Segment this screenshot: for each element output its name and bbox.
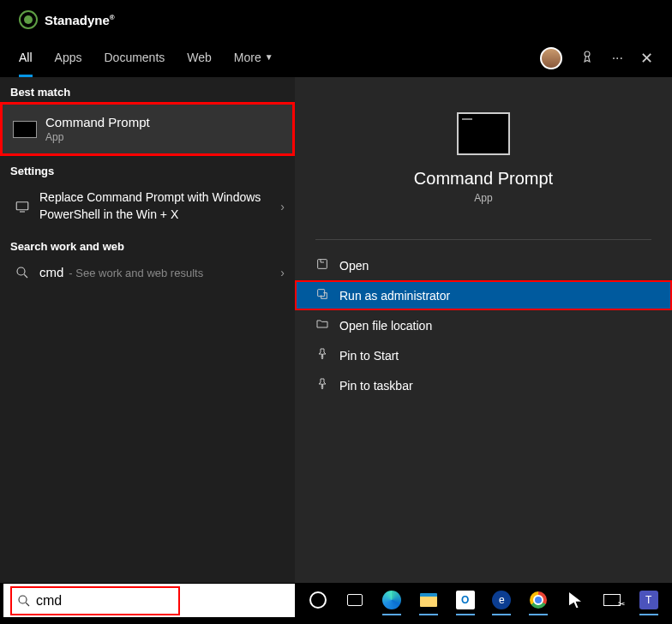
chevron-right-icon: › — [280, 266, 285, 279]
search-icon — [10, 265, 34, 280]
chevron-right-icon: › — [280, 200, 285, 213]
taskbar-cursor-app[interactable] — [559, 583, 592, 617]
taskbar: O e T — [295, 583, 672, 617]
web-label: Search work and web — [0, 231, 295, 256]
pin-start-icon — [315, 347, 339, 363]
settings-item-icon — [10, 199, 34, 214]
brand-name: Stanadyne® — [45, 13, 115, 27]
web-item-query: cmd — [39, 265, 63, 279]
svg-point-5 — [19, 596, 27, 603]
brand-bar: Stanadyne® — [0, 0, 672, 39]
action-run-as-administrator[interactable]: Run as administrator — [295, 280, 672, 310]
taskbar-outlook[interactable]: O — [448, 583, 482, 617]
svg-rect-3 — [318, 260, 327, 269]
taskbar-edge[interactable] — [375, 583, 409, 617]
preview-actions: Open Run as administrator Open file loca… — [295, 240, 672, 411]
taskview-icon — [347, 594, 363, 606]
cortana-icon — [309, 591, 327, 609]
action-open-file-location[interactable]: Open file location — [295, 310, 672, 340]
taskbar-taskview[interactable] — [339, 583, 372, 617]
action-open[interactable]: Open — [295, 250, 672, 280]
tab-documents[interactable]: Documents — [104, 39, 165, 77]
action-run-admin-label: Run as administrator — [339, 289, 450, 303]
best-match-subtitle: App — [45, 131, 282, 143]
taskbar-eap[interactable]: e — [485, 583, 519, 617]
preview-header: Command Prompt App — [315, 77, 651, 240]
teams-icon: T — [639, 591, 658, 609]
cmd-thumb-icon — [13, 121, 37, 138]
snip-icon — [603, 594, 621, 606]
folder-icon — [315, 317, 339, 333]
caret-down-icon: ▼ — [265, 52, 273, 62]
brand-logo-icon — [19, 10, 38, 29]
action-pin-to-start[interactable]: Pin to Start — [295, 340, 672, 370]
action-pin-start-label: Pin to Start — [339, 349, 399, 363]
results-panel: Best match Command Prompt App Settings R… — [0, 77, 295, 583]
search-tabs: All Apps Documents Web More▼ ··· ✕ — [0, 39, 672, 77]
pin-taskbar-icon — [315, 377, 339, 393]
tab-all[interactable]: All — [19, 39, 33, 77]
preview-subtitle: App — [474, 192, 492, 204]
preview-panel: Command Prompt App Open Run as administr… — [295, 77, 672, 583]
more-options-icon[interactable]: ··· — [612, 51, 623, 66]
taskbar-file-explorer[interactable] — [411, 583, 445, 617]
svg-point-2 — [17, 267, 25, 275]
close-icon[interactable]: ✕ — [640, 49, 653, 68]
settings-label: Settings — [0, 156, 295, 181]
start-menu-search: Stanadyne® All Apps Documents Web More▼ … — [0, 0, 672, 624]
search-highlight — [10, 586, 180, 615]
svg-rect-1 — [16, 201, 28, 209]
tab-apps[interactable]: Apps — [55, 39, 82, 77]
best-match-item[interactable]: Command Prompt App — [0, 102, 295, 156]
taskbar-snip[interactable] — [595, 583, 628, 617]
admin-shield-icon — [315, 287, 339, 303]
cursor-icon — [569, 592, 581, 608]
edge-icon — [382, 591, 401, 609]
svg-point-0 — [585, 51, 590, 57]
action-pin-taskbar-label: Pin to taskbar — [339, 379, 413, 393]
tab-more[interactable]: More▼ — [234, 39, 273, 77]
web-item-hint: - See work and web results — [69, 267, 203, 279]
best-match-title: Command Prompt — [45, 115, 282, 129]
action-pin-to-taskbar[interactable]: Pin to taskbar — [295, 370, 672, 400]
tab-web[interactable]: Web — [187, 39, 212, 77]
taskbar-teams[interactable]: T — [632, 583, 665, 617]
taskbar-cortana[interactable] — [302, 583, 335, 617]
settings-item[interactable]: Replace Command Prompt with Windows Powe… — [0, 181, 295, 231]
action-open-location-label: Open file location — [339, 319, 432, 333]
rewards-icon[interactable] — [579, 49, 595, 68]
eap-icon: e — [492, 591, 511, 609]
preview-title: Command Prompt — [414, 169, 553, 189]
chrome-icon — [530, 591, 547, 609]
outlook-icon: O — [456, 591, 475, 609]
search-icon — [12, 593, 36, 609]
settings-item-title: Replace Command Prompt with Windows Powe… — [39, 189, 280, 223]
best-match-label: Best match — [0, 77, 295, 102]
search-bar — [3, 583, 295, 617]
file-explorer-icon — [420, 593, 437, 607]
taskbar-chrome[interactable] — [522, 583, 555, 617]
web-item[interactable]: cmd- See work and web results › — [0, 256, 295, 289]
search-input[interactable] — [36, 593, 165, 609]
action-open-label: Open — [339, 259, 369, 273]
open-icon — [315, 257, 339, 273]
preview-app-icon — [457, 112, 510, 155]
user-avatar[interactable] — [540, 47, 562, 69]
